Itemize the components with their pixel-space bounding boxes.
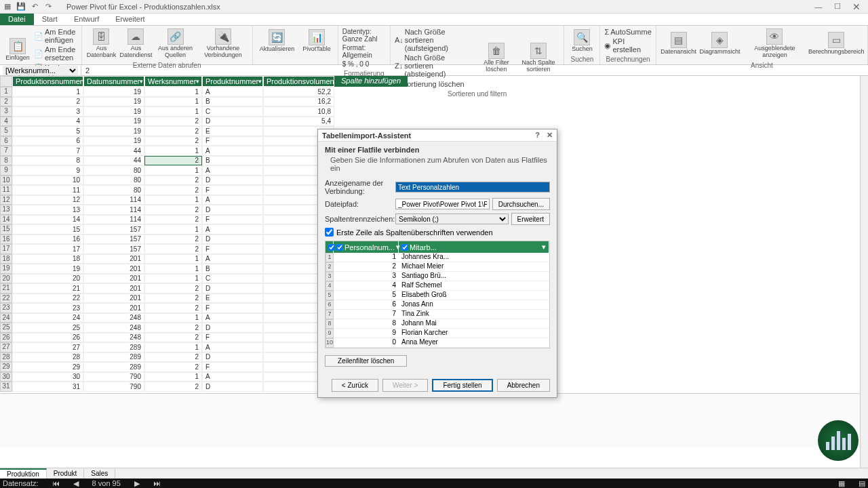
cell[interactable]: 19 [83, 136, 144, 146]
cell[interactable]: A [202, 87, 263, 97]
data-view[interactable]: ▤Datenansicht [660, 30, 697, 57]
cell[interactable]: 31 [12, 382, 83, 392]
cell[interactable]: F [202, 333, 263, 343]
cell[interactable]: 2 [144, 283, 202, 293]
cell[interactable]: F [202, 303, 263, 313]
existing-connections[interactable]: 🔌Vorhandene Verbindungen [198, 27, 248, 60]
cell[interactable]: 26 [12, 333, 83, 343]
cell[interactable]: 201 [83, 283, 144, 293]
separator-select[interactable]: Semikolon (;) [395, 214, 509, 224]
cell[interactable]: D [202, 283, 263, 293]
row-number[interactable]: 9 [0, 165, 12, 176]
row-number[interactable]: 20 [0, 274, 12, 284]
cell[interactable]: 2 [144, 176, 202, 186]
record-nav-first[interactable]: ⏮ [52, 479, 60, 487]
row-number[interactable]: 25 [0, 323, 12, 333]
cell[interactable]: 114 [83, 195, 144, 205]
cell[interactable]: 1 [144, 313, 202, 323]
cell[interactable]: 2 [144, 156, 202, 166]
cell[interactable]: 10 [12, 176, 83, 186]
cell[interactable]: 17 [12, 244, 83, 254]
cell[interactable]: A [202, 195, 263, 205]
row-number[interactable]: 19 [0, 264, 12, 274]
cell[interactable]: 5,4 [263, 117, 334, 127]
cell[interactable]: 19 [83, 126, 144, 136]
show-hidden[interactable]: 👁Ausgeblendete anzeigen [743, 27, 806, 60]
cell[interactable]: A [202, 342, 263, 352]
column-header[interactable]: Produktnummer▾ [202, 76, 263, 87]
format-label[interactable]: Format: Allgemein [342, 43, 386, 60]
first-row-headers-checkbox[interactable] [325, 228, 334, 237]
back-button[interactable]: < Zurück [332, 379, 378, 392]
find-button[interactable]: 🔍Suchen [568, 28, 595, 54]
cell[interactable]: 16,2 [263, 97, 334, 107]
preview-col-mitarb[interactable]: Mitarb...▾ [399, 241, 549, 253]
cell[interactable]: 2 [144, 352, 202, 363]
from-other[interactable]: 🔗Aus anderen Quellen [155, 27, 196, 60]
cell[interactable]: 12 [12, 195, 83, 205]
sort-asc[interactable]: A↓Nach Größe sortieren (aufsteigend) [395, 27, 475, 53]
sort-by-column[interactable]: ⇅Nach Spalte sortieren [517, 41, 559, 75]
sort-desc[interactable]: Z↓Nach Größe sortieren (absteigend) [395, 53, 475, 79]
column-header[interactable]: Datumsnummer▾ [83, 76, 144, 87]
cell[interactable]: 44 [83, 156, 144, 166]
cell[interactable]: 23 [12, 303, 83, 313]
diagram-view[interactable]: ◈Diagrammsicht [699, 30, 740, 57]
dialog-help-icon[interactable]: ? [535, 131, 540, 140]
cell[interactable]: F [202, 215, 263, 225]
cell[interactable]: 114 [83, 205, 144, 215]
view-icon-detail[interactable]: ▤ [859, 479, 865, 488]
formula-value[interactable]: 2 [81, 66, 94, 75]
cell[interactable]: 4 [12, 117, 83, 127]
cell[interactable]: A [202, 254, 263, 264]
calc-area[interactable]: ▭Berechnungsbereich [809, 30, 863, 57]
clear-filters[interactable]: 🗑Alle Filter löschen [478, 41, 514, 75]
finish-button[interactable]: Fertig stellen [432, 379, 492, 392]
cell[interactable]: B [202, 97, 263, 107]
browse-button[interactable]: Durchsuchen... [492, 198, 550, 210]
cell[interactable]: 2 [144, 362, 202, 372]
cell[interactable]: 289 [83, 362, 144, 372]
cell[interactable]: 80 [83, 185, 144, 195]
cell[interactable]: 21 [12, 283, 83, 293]
cell[interactable]: 15 [12, 224, 83, 235]
cell[interactable]: A [202, 165, 263, 176]
cell[interactable]: 1 [144, 146, 202, 156]
cell[interactable]: 1 [144, 254, 202, 264]
cell[interactable]: 2 [144, 117, 202, 127]
row-number[interactable]: 27 [0, 342, 12, 352]
cell[interactable]: 1 [144, 224, 202, 235]
cell[interactable]: 201 [83, 303, 144, 313]
sheet-tab-sales[interactable]: Sales [84, 469, 115, 478]
cell[interactable]: 1 [144, 195, 202, 205]
filepath-input[interactable] [395, 199, 490, 209]
cell[interactable]: E [202, 126, 263, 136]
cell[interactable]: 14 [12, 215, 83, 225]
tab-erweitert[interactable]: Erweitert [107, 14, 153, 25]
cell[interactable]: 19 [83, 117, 144, 127]
cell[interactable]: 20 [12, 274, 83, 284]
cell[interactable]: 790 [83, 382, 144, 392]
cell[interactable]: 157 [83, 224, 144, 235]
cell[interactable]: 19 [12, 264, 83, 274]
cell[interactable]: 24 [12, 313, 83, 323]
select-all-corner[interactable] [0, 76, 12, 87]
cell[interactable]: 8 [12, 156, 83, 166]
cell[interactable]: B [202, 264, 263, 274]
cell[interactable]: 13 [12, 205, 83, 215]
cell[interactable]: 44 [83, 146, 144, 156]
sheet-tab-produkt[interactable]: Produkt [47, 469, 84, 478]
tab-start[interactable]: Start [34, 14, 66, 25]
cell[interactable]: 80 [83, 165, 144, 176]
cell[interactable]: 27 [12, 342, 83, 352]
row-number[interactable]: 17 [0, 244, 12, 254]
cell[interactable]: A [202, 313, 263, 323]
from-database[interactable]: 🗄Aus Datenbank [86, 27, 117, 60]
cell[interactable]: 28 [12, 352, 83, 363]
file-icon[interactable]: ▦ [3, 2, 12, 12]
cell[interactable]: F [202, 244, 263, 254]
cell[interactable]: 19 [83, 97, 144, 107]
row-number[interactable]: 6 [0, 136, 12, 146]
cell[interactable]: 289 [83, 342, 144, 352]
cell[interactable]: 201 [83, 293, 144, 304]
